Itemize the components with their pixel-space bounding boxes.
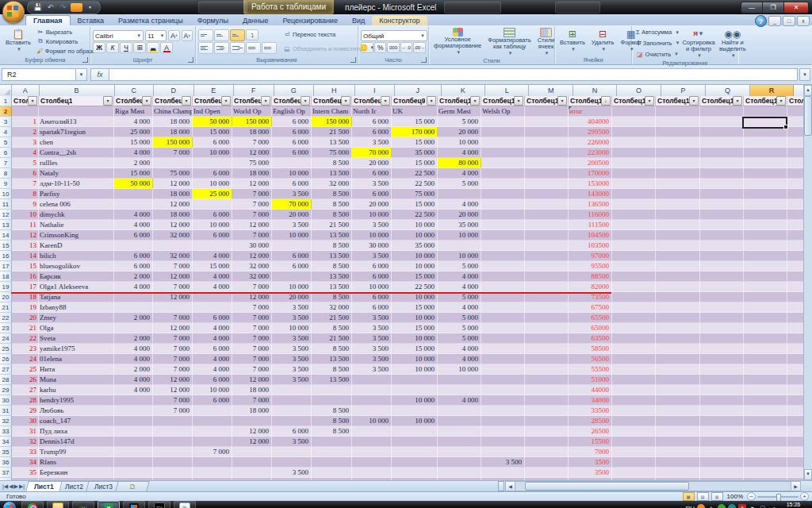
undo-icon[interactable]: ↶ (45, 3, 56, 12)
cell-H26[interactable]: 13 500 (312, 354, 352, 364)
tab-split-handle[interactable] (498, 481, 504, 491)
cell-O27[interactable] (612, 364, 656, 375)
comma-style-icon[interactable]: 000 (387, 42, 399, 53)
page-layout-view-icon[interactable]: ▤ (697, 492, 709, 501)
row-header-22[interactable]: 22 (0, 313, 12, 323)
cell-F7[interactable]: 75 000 (232, 158, 272, 168)
cell-L14[interactable] (481, 230, 525, 241)
cell-F31[interactable]: 18 000 (232, 406, 272, 416)
cell-R6[interactable] (744, 148, 787, 158)
cell-K10[interactable] (438, 189, 481, 199)
cell-C15[interactable] (114, 241, 153, 251)
cell-J19[interactable]: 22 500 (392, 282, 438, 292)
cell-L15[interactable] (481, 241, 525, 251)
cell-I28[interactable] (352, 375, 392, 385)
cell-H30[interactable] (312, 395, 352, 406)
cell-O3[interactable] (612, 117, 656, 127)
cell-N3[interactable]: 404000 (569, 117, 612, 127)
cell-P32[interactable] (656, 416, 700, 426)
fx-button[interactable]: fx (90, 68, 109, 81)
utorrent-tray-icon[interactable] (718, 504, 726, 508)
cell-G6[interactable]: 6 000 (272, 148, 312, 158)
cell-G24[interactable]: 3 500 (272, 333, 312, 344)
cell-O32[interactable] (612, 416, 656, 426)
cell-O11[interactable] (612, 199, 656, 210)
cell-Q12[interactable] (700, 210, 744, 220)
sort-filter-button[interactable]: Я▼ Сортировка и фильтр▼ (682, 27, 715, 60)
scroll-up-icon[interactable]: ▲ (804, 85, 812, 96)
cell-J37[interactable] (392, 468, 438, 478)
zoom-slider[interactable]: − + (747, 492, 809, 501)
sheet-tab-list1[interactable]: Лист1 (26, 481, 63, 491)
cell-C27[interactable]: 2 000 (114, 364, 153, 375)
cell-K13[interactable]: 35 000 (438, 220, 481, 230)
cell-N30[interactable]: 34000 (569, 395, 612, 406)
cell-L5[interactable] (481, 137, 525, 148)
row-header-12[interactable]: 12 (0, 210, 12, 220)
cell-N31[interactable]: 33500 (569, 406, 612, 416)
zoom-in-icon[interactable]: + (800, 492, 809, 501)
cell-O31[interactable] (612, 406, 656, 416)
cell-D30[interactable]: 7 000 (153, 395, 193, 406)
cell-A37[interactable]: 35 (12, 468, 39, 478)
cell-L35[interactable] (481, 447, 525, 457)
cell-P20[interactable] (656, 292, 700, 302)
cell-D7[interactable] (153, 158, 193, 168)
cell-R25[interactable] (744, 344, 787, 354)
cell-H16[interactable]: 13 500 (312, 251, 352, 261)
cell-I3[interactable]: 6 000 (352, 117, 392, 127)
cell-L29[interactable] (481, 385, 525, 395)
row-header-18[interactable]: 18 (0, 271, 12, 282)
cell-R10[interactable] (744, 189, 787, 199)
cell-P30[interactable] (656, 395, 700, 406)
cell-K5[interactable]: 10 000 (438, 137, 481, 148)
cell-Q18[interactable] (700, 271, 744, 282)
cell-Q16[interactable] (700, 251, 744, 261)
cell-I21[interactable]: 6 000 (352, 302, 392, 313)
currency-icon[interactable]: 🪙▼ (361, 42, 373, 53)
cell-K3[interactable]: 5 000 (438, 117, 481, 127)
cell-S8[interactable] (787, 168, 804, 179)
cell-H21[interactable]: 32 000 (312, 302, 352, 313)
cell-L2[interactable]: Welsh Op (481, 106, 525, 117)
horizontal-scrollbar[interactable]: ◀ ▶ (498, 482, 801, 491)
cell-M13[interactable] (525, 220, 569, 230)
cell-G23[interactable]: 10 000 (272, 323, 312, 333)
cell-D34[interactable] (153, 437, 193, 447)
cell-N12[interactable]: 116000 (569, 210, 612, 220)
dialog-launcher-icon[interactable] (350, 57, 356, 63)
cell-D27[interactable]: 7 000 (153, 364, 193, 375)
minimize-button[interactable]: — (741, 2, 762, 13)
cell-A5[interactable]: 3 (12, 137, 39, 148)
cell-B32[interactable]: coach_147 (39, 416, 114, 426)
cell-P37[interactable] (656, 468, 700, 478)
cell-H6[interactable]: 75 000 (312, 148, 352, 158)
next-sheet-icon[interactable]: ▶ (14, 483, 18, 490)
cell-Q4[interactable] (700, 127, 744, 137)
cell-I13[interactable]: 3 500 (352, 220, 392, 230)
cell-C37[interactable] (114, 468, 153, 478)
cell-L10[interactable] (481, 189, 525, 199)
cell-S23[interactable] (787, 323, 804, 333)
cell-F25[interactable]: 7 000 (232, 344, 272, 354)
horizontal-scroll-thumb[interactable] (525, 482, 689, 491)
cell-A3[interactable]: 1 (12, 117, 39, 127)
cell-R26[interactable] (744, 354, 787, 364)
cell-C2[interactable]: Riga Mast (114, 106, 153, 117)
cell-B4[interactable]: spartak71region (39, 127, 114, 137)
cell-C24[interactable]: 2 000 (114, 333, 153, 344)
cell-L3[interactable] (481, 117, 525, 127)
cell-A16[interactable]: 14 (12, 251, 39, 261)
filter-dropdown-icon[interactable]: ▾ (261, 96, 270, 106)
cell-H7[interactable]: 8 500 (312, 158, 352, 168)
cell-G17[interactable]: 6 000 (272, 261, 312, 271)
cell-J16[interactable]: 10 000 (392, 251, 438, 261)
cell-A7[interactable]: 5 (12, 158, 39, 168)
row-header-7[interactable]: 7 (0, 158, 12, 168)
cell-Q34[interactable] (700, 437, 744, 447)
column-header-P[interactable]: P (661, 85, 706, 96)
cell-A21[interactable]: 19 (12, 302, 39, 313)
copy-button[interactable]: ⧉Копировать (35, 37, 95, 45)
cell-J23[interactable]: 15 000 (392, 323, 438, 333)
cell-M31[interactable] (525, 406, 569, 416)
